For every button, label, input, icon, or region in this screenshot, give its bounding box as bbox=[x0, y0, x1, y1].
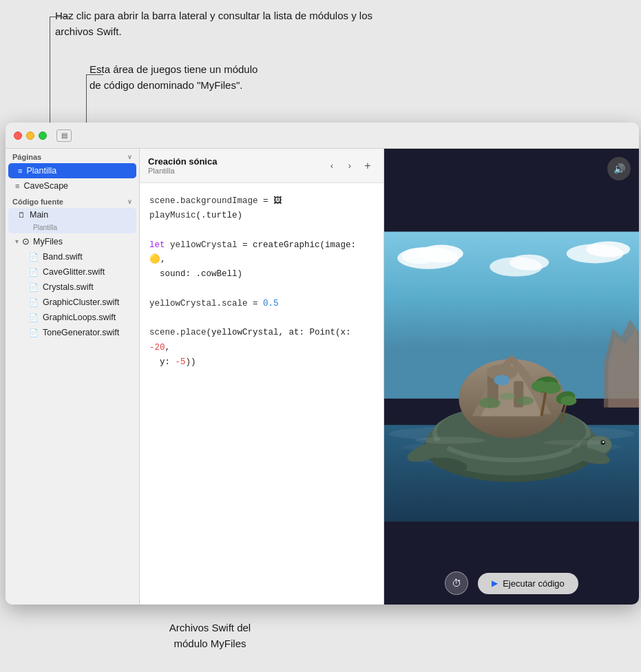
code-chevron: ∨ bbox=[127, 198, 132, 205]
callout-bottom-text: Archivos Swift delmódulo MyFiles bbox=[169, 622, 251, 649]
sound-button[interactable]: 🔊 bbox=[607, 157, 631, 180]
file-icon-tonegenerator: 📄 bbox=[29, 328, 39, 337]
sidebar-item-tonegenerator[interactable]: 📄 ToneGenerator.swift bbox=[6, 325, 139, 340]
svg-point-44 bbox=[415, 437, 485, 443]
myfiles-expand-icon: ▾ bbox=[15, 238, 19, 245]
page-icon-plantilla: ≡ bbox=[18, 167, 22, 175]
svg-point-3 bbox=[402, 248, 437, 264]
sidebar-item-plantilla[interactable]: ≡ Plantilla bbox=[8, 163, 136, 178]
sidebar-section-pages: Páginas ∨ bbox=[6, 149, 139, 163]
graphicloops-label: GraphicLoops.swift bbox=[43, 313, 116, 322]
tonegenerator-label: ToneGenerator.swift bbox=[43, 328, 119, 337]
svg-point-37 bbox=[532, 381, 549, 392]
titlebar: ▤ bbox=[6, 123, 639, 149]
nav-forward-button[interactable]: › bbox=[342, 158, 357, 174]
svg-point-33 bbox=[494, 375, 509, 385]
preview-panel: ⬆ bbox=[384, 149, 639, 605]
code-line-7: y: -5)) bbox=[149, 355, 374, 370]
main-inner-row: 🗒 Main bbox=[18, 210, 129, 220]
file-icon-band: 📄 bbox=[29, 253, 39, 262]
file-icon-main: 🗒 bbox=[18, 211, 25, 219]
code-editor[interactable]: scene.backgroundImage = 🖼 playMusic(.tur… bbox=[140, 183, 383, 605]
sidebar-item-caveglitter[interactable]: 📄 CaveGlitter.swift bbox=[6, 264, 139, 280]
sidebar-toggle-button[interactable]: ▤ bbox=[56, 129, 72, 142]
code-line-4: sound: .cowBell) bbox=[149, 267, 374, 282]
svg-point-42 bbox=[516, 397, 534, 406]
minimize-button[interactable] bbox=[26, 132, 34, 140]
annotation-line-1 bbox=[50, 17, 50, 125]
svg-point-41 bbox=[479, 398, 501, 408]
nav-add-button[interactable]: + bbox=[360, 158, 375, 174]
file-icon-graphiccluster: 📄 bbox=[29, 298, 39, 307]
graphiccluster-label: GraphicCluster.swift bbox=[43, 297, 119, 307]
code-nav-buttons: ‹ › + bbox=[324, 158, 375, 174]
sidebar-item-crystals[interactable]: 📄 Crystals.swift bbox=[6, 280, 139, 295]
code-panel-title: Creación sónica Plantilla bbox=[148, 156, 317, 175]
code-title-main: Creación sónica bbox=[148, 156, 317, 167]
sidebar-section-code: Código fuente ∨ bbox=[6, 193, 139, 208]
sidebar-item-myfiles[interactable]: ▾ ⊙ MyFiles bbox=[6, 233, 139, 249]
annotation-line-2 bbox=[50, 17, 70, 17]
scene-illustration bbox=[384, 149, 639, 605]
svg-point-43 bbox=[499, 393, 515, 400]
myfiles-folder-icon: ⊙ bbox=[22, 236, 30, 246]
code-panel: Creación sónica Plantilla ‹ › + scene.ba… bbox=[140, 149, 384, 605]
annotation-line-4 bbox=[86, 74, 103, 75]
traffic-lights bbox=[14, 132, 47, 140]
close-button[interactable] bbox=[14, 132, 22, 140]
code-title-sub: Plantilla bbox=[148, 167, 317, 175]
sidebar-item-graphiccluster[interactable]: 📄 GraphicCluster.swift bbox=[6, 295, 139, 310]
file-icon-graphicloops: 📄 bbox=[29, 313, 39, 322]
sidebar-item-graphicloops[interactable]: 📄 GraphicLoops.swift bbox=[6, 310, 139, 325]
file-icon-caveglitter: 📄 bbox=[29, 268, 39, 277]
main-window: ▤ Páginas ∨ ≡ Plantilla ≡ CaveScape Códi… bbox=[6, 123, 639, 605]
svg-point-7 bbox=[586, 242, 630, 258]
sound-icon: 🔊 bbox=[613, 163, 625, 174]
main-area: Creación sónica Plantilla ‹ › + scene.ba… bbox=[140, 149, 639, 605]
preview-controls: ⏱ ▶ Ejecutar código bbox=[384, 571, 639, 595]
myfiles-label: MyFiles bbox=[33, 237, 63, 246]
main-label: Main bbox=[30, 210, 129, 220]
run-button-label: Ejecutar código bbox=[503, 578, 565, 589]
window-content: Páginas ∨ ≡ Plantilla ≡ CaveScape Código… bbox=[6, 149, 639, 605]
pages-chevron: ∨ bbox=[127, 154, 132, 160]
svg-point-40 bbox=[560, 396, 576, 406]
code-line-3: let yellowCrystal = createGraphic(image:… bbox=[149, 238, 374, 268]
svg-point-45 bbox=[543, 440, 604, 445]
code-line-2: playMusic(.turtle) bbox=[149, 209, 374, 223]
code-label: Código fuente bbox=[12, 198, 63, 206]
file-icon-crystals: 📄 bbox=[29, 283, 39, 292]
svg-point-5 bbox=[509, 255, 549, 271]
callout-bottom: Archivos Swift delmódulo MyFiles bbox=[141, 620, 279, 651]
timer-icon: ⏱ bbox=[452, 578, 461, 589]
crystals-label: Crystals.swift bbox=[43, 282, 94, 292]
annotation-line-3 bbox=[86, 74, 87, 129]
timer-button[interactable]: ⏱ bbox=[445, 571, 468, 595]
callout-top: Haz clic para abrir la barra lateral y c… bbox=[55, 8, 413, 39]
callout-top-text: Haz clic para abrir la barra lateral y c… bbox=[55, 10, 372, 37]
pages-label: Páginas bbox=[12, 153, 41, 161]
sidebar-item-cavescape[interactable]: ≡ CaveScape bbox=[6, 178, 139, 193]
band-label: Band.swift bbox=[43, 252, 83, 262]
sidebar-item-main[interactable]: 🗒 Main Plantilla bbox=[8, 208, 136, 233]
code-panel-header: Creación sónica Plantilla ‹ › + bbox=[140, 149, 383, 183]
plantilla-label: Plantilla bbox=[26, 166, 129, 176]
maximize-button[interactable] bbox=[39, 132, 47, 140]
code-line-5: yellowCrystal.scale = 0.5 bbox=[149, 297, 374, 311]
sidebar: Páginas ∨ ≡ Plantilla ≡ CaveScape Código… bbox=[6, 149, 140, 605]
sidebar-item-band[interactable]: 📄 Band.swift bbox=[6, 249, 139, 264]
caveglitter-label: CaveGlitter.swift bbox=[43, 267, 105, 277]
sidebar-toggle-icon: ▤ bbox=[61, 132, 67, 139]
page-icon-cavescape: ≡ bbox=[15, 182, 19, 190]
code-line-6: scene.place(yellowCrystal, at: Point(x: … bbox=[149, 326, 374, 355]
run-button[interactable]: ▶ Ejecutar código bbox=[478, 573, 578, 594]
cavescape-label: CaveScape bbox=[23, 181, 132, 191]
nav-back-button[interactable]: ‹ bbox=[324, 158, 339, 174]
code-line-1: scene.backgroundImage = 🖼 bbox=[149, 194, 374, 209]
main-sublabel: Plantilla bbox=[18, 224, 57, 231]
callout-second-text: Esta área de juegos tiene un módulode có… bbox=[90, 63, 258, 91]
play-icon: ▶ bbox=[492, 578, 498, 588]
callout-second: Esta área de juegos tiene un módulode có… bbox=[90, 62, 379, 93]
